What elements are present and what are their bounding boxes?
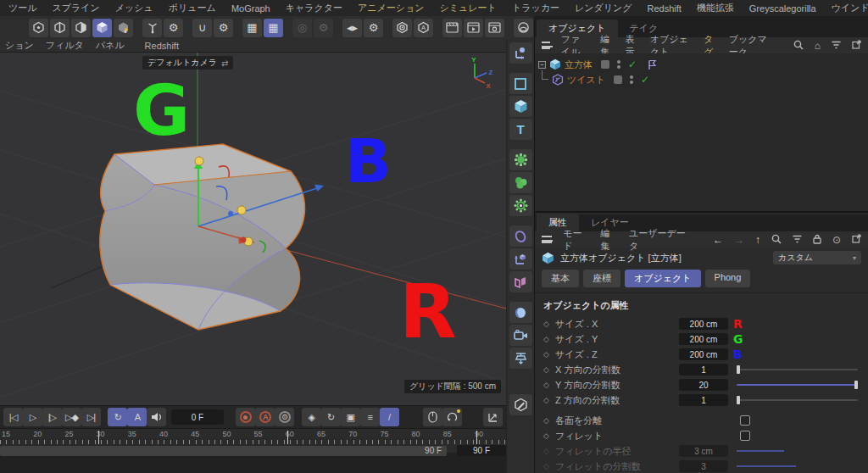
keyframe-diamond-icon[interactable]: ◇ bbox=[543, 335, 555, 343]
model-mode-icon[interactable] bbox=[92, 19, 112, 37]
cube-primitive-icon[interactable] bbox=[509, 96, 532, 117]
goto-start-button[interactable]: |◁ bbox=[3, 408, 23, 426]
workplane-icon[interactable]: ▦ bbox=[242, 19, 262, 37]
separate-checkbox[interactable] bbox=[740, 415, 750, 426]
keyframe-diamond-icon[interactable]: ◇ bbox=[543, 320, 555, 328]
play-sound-button[interactable]: ▷◆ bbox=[62, 408, 81, 426]
viewport-menu-panel[interactable]: パネル bbox=[96, 39, 125, 52]
camera-swap-icon[interactable]: ⇄ bbox=[221, 58, 228, 68]
symmetry-generator-icon[interactable] bbox=[509, 271, 532, 292]
viewport-menu-filter[interactable]: フィルタ bbox=[46, 39, 84, 52]
keyframe-diamond-icon[interactable]: ◇ bbox=[543, 350, 555, 359]
segments-y-slider[interactable] bbox=[737, 384, 858, 386]
lock-icon[interactable] bbox=[813, 234, 821, 246]
generator-gear-icon[interactable] bbox=[509, 195, 532, 216]
material-edit-icon[interactable] bbox=[509, 394, 532, 415]
segments-x-slider[interactable] bbox=[737, 369, 858, 370]
edges-mode-icon[interactable] bbox=[50, 19, 70, 37]
key-rotation-toggle[interactable]: ↻ bbox=[321, 408, 341, 426]
autokey-button[interactable]: A bbox=[255, 408, 275, 426]
camera-object-icon[interactable] bbox=[509, 325, 532, 346]
rotation-record-icon[interactable] bbox=[442, 408, 462, 426]
object-name-twist[interactable]: ツイスト bbox=[567, 74, 605, 86]
menu-greyscalegorilla[interactable]: Greyscalegorilla bbox=[749, 3, 816, 14]
motext-icon[interactable]: T bbox=[509, 119, 532, 140]
tree-row-cube[interactable]: − 立方体 ✓ bbox=[535, 57, 868, 72]
goto-end-button[interactable]: ▷| bbox=[81, 408, 101, 426]
sound-toggle-button[interactable] bbox=[147, 408, 166, 426]
tab-basic[interactable]: 基本 bbox=[542, 270, 579, 287]
menu-spline[interactable]: スプライン bbox=[53, 2, 100, 14]
menu-animation[interactable]: アニメーション bbox=[358, 2, 425, 14]
timeline-ruler[interactable]: 15202530354045505560657075808590 90 F 90… bbox=[0, 428, 506, 453]
tab-coordinates[interactable]: 座標 bbox=[583, 270, 620, 287]
snap-icon[interactable]: ∪ bbox=[192, 19, 212, 37]
subdivision-surface-icon[interactable] bbox=[509, 149, 532, 170]
menu-volume[interactable]: ボリューム bbox=[169, 2, 216, 14]
menu-mograph[interactable]: MoGraph bbox=[231, 3, 270, 14]
symmetry-settings-icon[interactable]: ⚙ bbox=[364, 19, 383, 37]
segments-z-slider[interactable] bbox=[737, 399, 858, 401]
key-parameter-toggle[interactable]: ≡ bbox=[360, 408, 380, 426]
spline-pen-icon[interactable] bbox=[509, 42, 532, 64]
loop-playback-button[interactable]: ↻ bbox=[108, 408, 127, 426]
keyframe-diamond-icon[interactable]: ◇ bbox=[543, 381, 555, 389]
preset-dropdown[interactable]: カスタム ▾ bbox=[773, 251, 861, 264]
menu-mesh[interactable]: メッシュ bbox=[115, 2, 153, 14]
keyframe-settings-button[interactable]: ⚙ bbox=[275, 408, 294, 426]
segments-x-field[interactable]: 1 bbox=[679, 364, 728, 376]
track-icon[interactable]: ⊙ bbox=[832, 234, 841, 246]
history-back-icon[interactable]: ← bbox=[713, 234, 723, 246]
axis-mode-icon[interactable] bbox=[142, 19, 162, 37]
keyframe-diamond-icon[interactable]: ◇ bbox=[543, 416, 555, 425]
axis-settings-icon[interactable]: ⚙ bbox=[164, 19, 183, 37]
environment-sky-icon[interactable] bbox=[509, 302, 532, 323]
mouse-record-icon[interactable] bbox=[423, 408, 442, 426]
search-icon[interactable] bbox=[793, 40, 804, 52]
orientation-gizmo[interactable]: Y Z X bbox=[462, 55, 496, 91]
history-forward-icon[interactable]: → bbox=[734, 234, 744, 246]
key-pla-toggle[interactable]: / bbox=[380, 408, 399, 426]
menu-character[interactable]: キャラクター bbox=[286, 2, 342, 14]
segments-y-field[interactable]: 20 bbox=[679, 379, 728, 391]
fillet-checkbox[interactable] bbox=[740, 431, 750, 441]
rectangle-spline-icon[interactable] bbox=[509, 73, 532, 94]
key-scale-toggle[interactable]: ▣ bbox=[341, 408, 360, 426]
new-window-icon[interactable] bbox=[852, 234, 861, 245]
bend-deformer-icon[interactable] bbox=[509, 225, 532, 247]
tab-phong[interactable]: Phong bbox=[705, 270, 751, 287]
render-picture-viewer-icon[interactable] bbox=[464, 19, 483, 37]
filter-icon[interactable] bbox=[832, 41, 841, 51]
polygons-mode-icon[interactable] bbox=[71, 19, 91, 37]
menu-tools[interactable]: ツール bbox=[8, 2, 37, 14]
menu-tracker[interactable]: トラッカー bbox=[512, 2, 559, 14]
menu-simulate[interactable]: シミュレート bbox=[440, 2, 497, 14]
layer-chip-icon[interactable] bbox=[601, 60, 609, 69]
segments-z-field[interactable]: 1 bbox=[679, 394, 728, 406]
workplane-lock-icon[interactable]: ▦ bbox=[264, 19, 283, 37]
tree-row-twist[interactable]: ツイスト ✓ bbox=[535, 72, 868, 87]
enabled-check-icon[interactable]: ✓ bbox=[628, 58, 637, 70]
keyframe-diamond-icon[interactable]: ◇ bbox=[543, 431, 555, 440]
render-view-icon[interactable] bbox=[442, 19, 462, 37]
render-settings-icon[interactable] bbox=[485, 19, 504, 37]
menu-render[interactable]: レンダリング bbox=[575, 2, 632, 14]
frame-rate-button[interactable]: A bbox=[127, 408, 147, 426]
size-x-field[interactable]: 200 cm bbox=[679, 318, 728, 330]
keyframe-diamond-icon[interactable]: ◇ bbox=[543, 365, 555, 374]
record-keyframe-button[interactable] bbox=[236, 408, 255, 426]
viewport-3d[interactable]: デフォルトカメラ ⇄ G B R bbox=[0, 53, 506, 405]
falloff-icon[interactable]: ◎ bbox=[292, 19, 312, 37]
visibility-dots[interactable] bbox=[617, 60, 620, 69]
solo-icon[interactable] bbox=[392, 19, 412, 37]
enabled-check-icon[interactable]: ✓ bbox=[641, 74, 649, 86]
play-backwards-button[interactable]: ▷ bbox=[23, 408, 42, 426]
autokey-badge-icon[interactable]: A bbox=[414, 19, 433, 37]
end-frame-field[interactable]: 90 F bbox=[457, 445, 506, 456]
panel-menu-icon[interactable] bbox=[542, 236, 552, 243]
material-ball-icon[interactable] bbox=[514, 19, 533, 37]
key-position-toggle[interactable]: ◈ bbox=[302, 408, 321, 426]
parent-up-icon[interactable]: ↑ bbox=[755, 234, 760, 246]
home-icon[interactable]: ⌂ bbox=[815, 40, 821, 52]
light-object-icon[interactable] bbox=[509, 348, 532, 369]
